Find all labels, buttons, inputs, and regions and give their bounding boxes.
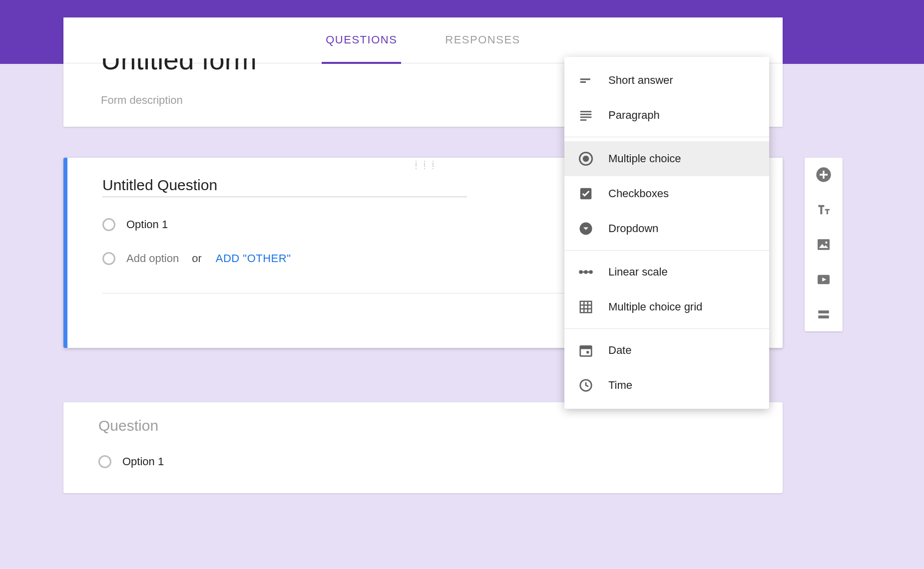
svg-point-8 [583,156,589,162]
svg-point-12 [579,270,583,274]
option-row: Option 1 [98,455,748,468]
menu-item-short-answer[interactable]: Short answer [564,63,769,98]
menu-separator [564,328,769,329]
menu-item-checkboxes[interactable]: Checkboxes [564,176,769,211]
radio-selected-icon [578,151,593,166]
add-title-button[interactable] [816,202,832,218]
svg-rect-5 [580,117,592,118]
menu-item-label: Dropdown [608,222,658,235]
menu-item-label: Short answer [608,74,673,87]
svg-rect-1 [580,78,590,80]
menu-item-label: Multiple choice grid [608,300,702,313]
menu-item-label: Paragraph [608,109,660,122]
question-title-input[interactable]: Question [98,417,748,434]
short-answer-icon [578,73,593,88]
add-section-button[interactable] [816,306,832,322]
add-image-button[interactable] [816,237,832,253]
svg-rect-15 [580,301,592,313]
menu-item-label: Time [608,379,632,392]
svg-rect-21 [580,346,592,349]
tab-responses[interactable]: RESPONSES [441,18,524,64]
svg-rect-2 [580,81,586,83]
menu-item-label: Checkboxes [608,187,669,200]
svg-rect-3 [580,111,592,112]
svg-point-13 [584,270,588,274]
side-toolbox [805,158,843,331]
menu-item-grid[interactable]: Multiple choice grid [564,289,769,324]
menu-separator [564,250,769,251]
menu-item-dropdown[interactable]: Dropdown [564,211,769,246]
option-text-input[interactable]: Option 1 [126,218,168,231]
question-card[interactable]: Question Option 1 [63,402,783,493]
svg-rect-4 [580,114,592,115]
radio-icon [102,252,115,265]
menu-item-label: Date [608,344,631,357]
clock-icon [578,378,593,393]
question-type-menu[interactable]: Short answer Paragraph Multiple choice C… [564,57,769,409]
radio-icon [98,455,111,468]
menu-item-paragraph[interactable]: Paragraph [564,98,769,133]
calendar-icon [578,343,593,358]
svg-point-26 [825,242,827,244]
menu-separator [564,137,769,137]
checkbox-icon [578,186,593,201]
paragraph-icon [578,108,593,123]
tab-questions[interactable]: QUESTIONS [322,18,401,64]
add-other-button[interactable]: ADD "OTHER" [216,252,291,265]
svg-rect-28 [818,310,829,313]
question-title-input[interactable]: Untitled Question [102,177,217,194]
svg-rect-29 [818,315,829,318]
svg-rect-22 [586,351,589,353]
option-text: Option 1 [122,455,164,468]
dropdown-icon [578,221,593,236]
add-option-input[interactable]: Add option [126,252,179,265]
grid-icon [578,299,593,314]
add-video-button[interactable] [816,272,832,287]
radio-icon [102,218,115,231]
menu-item-linear-scale[interactable]: Linear scale [564,255,769,289]
menu-item-multiple-choice[interactable]: Multiple choice [564,141,769,176]
svg-point-14 [589,270,593,274]
or-text: or [192,252,202,265]
linear-scale-icon [578,265,593,280]
svg-rect-25 [818,239,830,250]
svg-rect-6 [580,119,587,121]
add-question-button[interactable] [816,167,832,183]
menu-item-date[interactable]: Date [564,333,769,368]
menu-item-label: Linear scale [608,266,668,279]
menu-item-label: Multiple choice [608,152,681,165]
menu-item-time[interactable]: Time [564,368,769,403]
